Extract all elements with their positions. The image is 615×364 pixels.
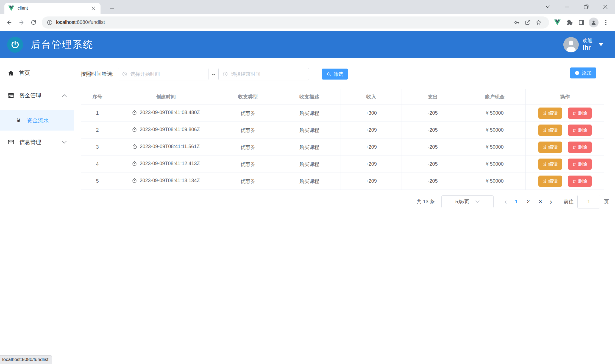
cell-income: +300 — [341, 105, 402, 122]
cell-created-time: 2023-09-09T08:41:08.480Z — [132, 110, 200, 115]
user-avatar[interactable] — [563, 37, 579, 52]
user-dropdown-caret-icon[interactable] — [599, 43, 603, 46]
page-number-3[interactable]: 3 — [534, 199, 546, 205]
password-key-icon[interactable] — [511, 17, 522, 28]
table-row: 2 2023-09-09T08:41:09.806Z 优惠券 购买课程 +209… — [81, 122, 604, 139]
username-label: lhr — [583, 44, 592, 52]
delete-button[interactable]: 删除 — [568, 159, 592, 170]
window-restore-button[interactable] — [577, 0, 596, 14]
app-logo-power-icon — [7, 37, 23, 53]
page-size-value: 5条/页 — [455, 198, 469, 205]
filter-button[interactable]: 筛选 — [322, 69, 348, 80]
table-header-row: 序号 创建时间 收支类型 收支描述 收入 支出 账户现金 操作 — [81, 89, 604, 105]
tab-title: client — [18, 6, 90, 11]
trash-icon — [572, 162, 576, 166]
col-header-index: 序号 — [81, 89, 114, 105]
cell-desc: 购买课程 — [278, 156, 341, 173]
url-text[interactable]: localhost:8080/fundlist — [56, 19, 511, 25]
edit-button[interactable]: 编辑 — [538, 108, 562, 119]
bookmark-star-icon[interactable] — [533, 17, 544, 28]
tab-strip: client — [0, 0, 615, 14]
add-button-label: 添加 — [582, 70, 592, 76]
cell-created-time: 2023-09-09T08:41:11.561Z — [132, 144, 200, 149]
window-minimize-button[interactable] — [557, 0, 577, 14]
share-icon[interactable] — [522, 17, 533, 28]
cell-index: 3 — [81, 139, 114, 156]
goto-page-input[interactable] — [577, 195, 600, 208]
col-header-income: 收入 — [341, 89, 402, 105]
cell-index: 1 — [81, 105, 114, 122]
col-header-created-time: 创建时间 — [114, 89, 218, 105]
new-tab-button[interactable] — [108, 4, 116, 13]
col-header-expense: 支出 — [402, 89, 464, 105]
trash-icon — [572, 128, 576, 132]
page-title: 后台管理系统 — [31, 38, 93, 51]
clock-icon — [222, 71, 228, 77]
page-number-2[interactable]: 2 — [522, 199, 534, 205]
add-button[interactable]: 添加 — [570, 67, 596, 78]
col-header-type: 收支类型 — [218, 89, 278, 105]
user-menu[interactable]: 欢迎 lhr — [563, 37, 603, 52]
sidebar-item-fund-flow-active[interactable]: ¥ 资金流水 — [0, 110, 74, 131]
select-chevron-down-icon — [475, 201, 480, 203]
back-icon[interactable] — [3, 16, 15, 29]
reload-icon[interactable] — [27, 16, 40, 29]
address-bar[interactable]: localhost:8080/fundlist — [42, 16, 549, 29]
extensions-puzzle-icon[interactable] — [563, 16, 575, 29]
col-header-operations: 操作 — [526, 89, 604, 105]
stopwatch-icon — [132, 144, 137, 149]
clock-icon — [122, 71, 127, 77]
side-panel-icon[interactable] — [575, 16, 588, 29]
delete-button[interactable]: 删除 — [568, 142, 592, 153]
table-row: 5 2023-09-09T08:41:13.134Z 优惠券 购买课程 +209… — [81, 173, 604, 190]
edit-button[interactable]: 编辑 — [538, 125, 562, 136]
tab-search-icon[interactable] — [538, 0, 557, 14]
browser-profile-avatar[interactable] — [588, 16, 600, 29]
prev-page-icon[interactable]: ‹ — [501, 198, 510, 205]
cell-cash: ¥ 50000 — [464, 156, 526, 173]
filter-bar: 按照时间筛选: -- — [81, 68, 604, 80]
page-size-select[interactable]: 5条/页 — [441, 195, 494, 208]
sidebar-item-fund-management[interactable]: 资金管理 — [0, 88, 74, 103]
browser-tab-client[interactable]: client — [4, 3, 101, 14]
table-row: 1 2023-09-09T08:41:08.480Z 优惠券 购买课程 +300… — [81, 105, 604, 122]
forward-icon[interactable] — [15, 16, 27, 29]
delete-button[interactable]: 删除 — [568, 125, 592, 136]
end-date-picker[interactable] — [218, 68, 309, 80]
sidebar-item-label: 信息管理 — [19, 139, 41, 146]
cell-index: 4 — [81, 156, 114, 173]
site-info-icon[interactable] — [47, 19, 53, 26]
window-controls — [538, 0, 615, 14]
end-date-input[interactable] — [231, 71, 305, 77]
stopwatch-icon — [132, 127, 137, 132]
browser-window: client — [0, 0, 615, 364]
next-page-icon[interactable]: › — [546, 198, 555, 205]
browser-toolbar: localhost:8080/fundlist — [0, 14, 615, 31]
trash-icon — [572, 111, 576, 115]
delete-button[interactable]: 删除 — [568, 108, 592, 119]
sidebar-item-home[interactable]: 首页 — [0, 65, 74, 81]
url-path: :8080/fundlist — [76, 19, 105, 25]
cell-expense: -205 — [402, 105, 464, 122]
page-number-1[interactable]: 1 — [510, 199, 522, 205]
delete-button[interactable]: 删除 — [568, 176, 592, 187]
browser-menu-icon[interactable] — [600, 16, 612, 29]
vue-devtools-icon[interactable] — [551, 16, 563, 29]
sidebar-item-info-management[interactable]: 信息管理 — [0, 134, 74, 150]
cell-expense: -205 — [402, 173, 464, 190]
cell-created-time: 2023-09-09T08:41:12.413Z — [132, 161, 200, 167]
tab-close-icon[interactable] — [90, 5, 97, 12]
page-unit-label: 页 — [604, 198, 609, 205]
window-close-button[interactable] — [596, 0, 615, 14]
table-row: 4 2023-09-09T08:41:12.413Z 优惠券 购买课程 +209… — [81, 156, 604, 173]
sidebar: 首页 资金管理 ¥ 资金流水 信息管理 — [0, 58, 74, 364]
edit-button[interactable]: 编辑 — [538, 142, 562, 153]
cell-expense: -205 — [402, 122, 464, 139]
edit-button[interactable]: 编辑 — [538, 159, 562, 170]
fund-table: 序号 创建时间 收支类型 收支描述 收入 支出 账户现金 操作 1 2023-0… — [81, 89, 604, 190]
edit-button[interactable]: 编辑 — [538, 176, 562, 187]
start-date-input[interactable] — [130, 71, 204, 77]
cell-desc: 购买课程 — [278, 122, 341, 139]
start-date-picker[interactable] — [118, 68, 208, 80]
cell-type: 优惠券 — [218, 122, 278, 139]
